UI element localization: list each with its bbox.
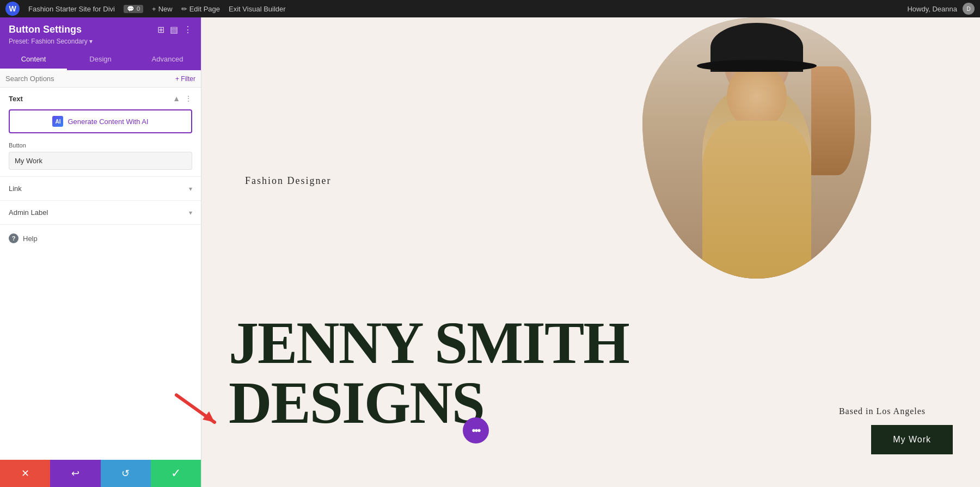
- tab-advanced[interactable]: Advanced: [134, 50, 201, 70]
- hat-brim: [697, 60, 817, 72]
- search-bar: + Filter: [0, 70, 201, 88]
- new-button[interactable]: + New: [152, 5, 173, 13]
- portrait-image: [642, 17, 871, 279]
- bottom-action-bar: ✕ ↩ ↺ ✓: [0, 460, 201, 487]
- panel-title: Button Settings: [9, 24, 82, 35]
- howdy-text: Howdy, Deanna: [907, 5, 957, 13]
- panel-title-row: Button Settings ⊞ ▤ ⋮: [9, 24, 192, 35]
- pencil-icon: ✏: [181, 5, 187, 13]
- wp-admin-bar: W Fashion Starter Site for Divi 💬 0 + Ne…: [0, 0, 980, 17]
- left-panel: Button Settings ⊞ ▤ ⋮ Preset: Fashion Se…: [0, 17, 201, 487]
- panel-header-icons: ⊞ ▤ ⋮: [157, 24, 192, 35]
- help-icon: ?: [9, 233, 19, 243]
- undo-button[interactable]: ↩: [50, 460, 100, 487]
- text-section: Text ▲ ⋮ AI Generate Content With AI But…: [0, 88, 201, 177]
- page-content: Fashion Designer JENNY SMITH DESIGNS Bas…: [201, 17, 980, 487]
- link-chevron-icon: ▾: [189, 185, 192, 193]
- admin-bar-right: Howdy, Deanna D: [907, 3, 975, 15]
- hair: [811, 66, 855, 175]
- filter-button[interactable]: + Filter: [175, 75, 195, 83]
- redo-button[interactable]: ↺: [101, 460, 151, 487]
- hero-portrait: [642, 17, 871, 279]
- section-collapse-icon[interactable]: ▲: [173, 94, 180, 103]
- save-button[interactable]: ✓: [151, 460, 201, 487]
- my-work-canvas-button[interactable]: My Work: [871, 425, 953, 454]
- checkmark-icon: ✓: [171, 466, 181, 480]
- cancel-button[interactable]: ✕: [0, 460, 50, 487]
- button-field-container: Button: [9, 142, 192, 170]
- panel-tabs: Content Design Advanced: [0, 50, 201, 70]
- panel-content: Text ▲ ⋮ AI Generate Content With AI But…: [0, 88, 201, 460]
- face: [727, 64, 787, 129]
- section-actions: ▲ ⋮: [173, 94, 192, 103]
- body: [702, 121, 811, 279]
- ai-icon: AI: [52, 116, 63, 127]
- ai-generate-button[interactable]: AI Generate Content With AI: [9, 109, 192, 133]
- section-more-icon[interactable]: ⋮: [185, 94, 192, 103]
- link-section[interactable]: Link ▾: [0, 177, 201, 201]
- user-avatar[interactable]: D: [963, 3, 975, 15]
- text-section-title: Text: [9, 95, 23, 103]
- tab-content[interactable]: Content: [0, 50, 67, 70]
- fashion-designer-label: Fashion Designer: [245, 175, 331, 187]
- button-field-label: Button: [9, 142, 192, 149]
- tab-design[interactable]: Design: [67, 50, 134, 70]
- help-label: Help: [23, 235, 38, 243]
- wordpress-logo-icon: W: [5, 2, 20, 16]
- more-options-icon[interactable]: ⋮: [183, 24, 192, 35]
- dots-menu-button[interactable]: •••: [463, 417, 489, 443]
- preset-label[interactable]: Preset: Fashion Secondary ▾: [9, 38, 192, 45]
- admin-label-section-title: Admin Label: [9, 208, 48, 217]
- search-input[interactable]: [5, 75, 175, 83]
- help-section[interactable]: ? Help: [0, 225, 201, 252]
- comment-count-bubble[interactable]: 💬 0: [124, 5, 143, 13]
- panel-header: Button Settings ⊞ ▤ ⋮ Preset: Fashion Se…: [0, 17, 201, 50]
- admin-label-chevron-icon: ▾: [189, 209, 192, 217]
- edit-page-button[interactable]: ✏ Edit Page: [181, 5, 220, 13]
- comment-count: 0: [137, 5, 140, 12]
- site-name[interactable]: Fashion Starter Site for Divi: [28, 5, 115, 13]
- link-section-title: Link: [9, 184, 22, 193]
- hero-name: JENNY SMITH DESIGNS: [229, 313, 629, 433]
- screen-options-icon[interactable]: ⊞: [157, 24, 164, 35]
- comment-icon: 💬: [127, 5, 134, 13]
- based-in-text: Based in Los Angeles: [839, 406, 926, 416]
- text-section-header: Text ▲ ⋮: [9, 94, 192, 103]
- button-text-input[interactable]: [9, 152, 192, 170]
- main-area: Button Settings ⊞ ▤ ⋮ Preset: Fashion Se…: [0, 17, 980, 487]
- exit-visual-builder-button[interactable]: Exit Visual Builder: [229, 5, 286, 13]
- canvas-area: Fashion Designer JENNY SMITH DESIGNS Bas…: [201, 17, 980, 487]
- columns-icon[interactable]: ▤: [170, 24, 178, 35]
- plus-icon: +: [152, 5, 156, 13]
- admin-label-section[interactable]: Admin Label ▾: [0, 201, 201, 225]
